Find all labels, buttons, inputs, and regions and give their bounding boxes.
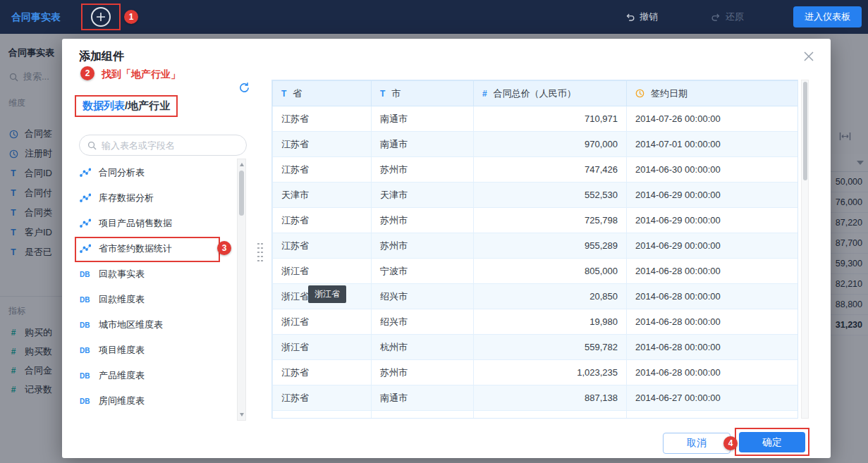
preview-cell: 南通市 (372, 106, 474, 132)
preview-cell: 2014-06-28 00:00:00 (627, 335, 798, 360)
preview-cell: 955,289 (474, 233, 627, 259)
analysis-table-icon (80, 244, 92, 254)
preview-row: 江苏省苏州市725,7982014-06-29 00:00:00 (273, 208, 798, 233)
undo-button[interactable]: 撤销 (625, 0, 658, 34)
preview-cell: 江苏省 (273, 132, 372, 157)
preview-cell: 710,971 (474, 106, 627, 132)
annotation-step-2-text: 找到「地产行业」 (102, 68, 181, 81)
refresh-icon[interactable] (238, 82, 250, 94)
preview-column-header[interactable]: 签约日期 (627, 81, 798, 106)
preview-cell: 19,980 (474, 309, 627, 335)
preview-cell: 2014-07-01 00:00:00 (627, 132, 798, 157)
dataset-item[interactable]: DB项目维度表 (73, 338, 233, 363)
enter-dashboard-button[interactable]: 进入仪表板 (793, 6, 862, 27)
preview-cell: 浙江省 (273, 309, 372, 335)
preview-cell: 宁波市 (372, 259, 474, 284)
preview-cell: 浙江省 (273, 259, 372, 284)
scroll-up-icon[interactable] (240, 163, 244, 166)
undo-icon (625, 12, 635, 22)
text-field-icon: T (380, 89, 385, 99)
table-scrollbar[interactable] (801, 80, 809, 419)
dataset-item-label: 省市签约数据统计 (99, 242, 172, 255)
annotation-step-3: 3 (217, 241, 231, 255)
scrollbar-thumb[interactable] (803, 82, 807, 180)
dataset-item-label: 城市地区维度表 (99, 319, 163, 331)
panel-resize-handle[interactable] (257, 242, 264, 263)
dataset-item[interactable]: DB回款维度表 (73, 287, 233, 312)
preview-row-partial (273, 411, 798, 419)
dataset-item[interactable]: 项目产品销售数据 (73, 211, 233, 236)
preview-row: 浙江省绍兴市20,8502014-06-28 00:00:00 (273, 284, 798, 309)
dataset-item[interactable]: 省市签约数据统计3 (73, 236, 233, 261)
preview-cell: 江苏省 (273, 157, 372, 183)
preview-row: 江苏省南通市970,0002014-07-01 00:00:00 (273, 132, 798, 157)
dataset-item-label: 库存数据分析 (99, 192, 154, 204)
preview-cell: 苏州市 (372, 360, 474, 385)
db-table-icon: DB (80, 347, 92, 354)
redo-button[interactable]: 还原 (711, 0, 744, 34)
breadcrumb-root[interactable]: 数据列表 (82, 99, 125, 111)
dataset-item[interactable]: DB城市地区维度表 (73, 312, 233, 338)
dataset-item-label: 产品维度表 (99, 369, 145, 382)
preview-cell: 2014-06-28 00:00:00 (627, 284, 798, 309)
dataset-item[interactable]: DB产品维度表 (73, 363, 233, 388)
dataset-item[interactable]: DB房间维度表 (73, 388, 233, 414)
preview-column-header[interactable]: T省 (273, 81, 372, 106)
preview-cell: 2014-06-30 00:00:00 (627, 157, 798, 183)
number-field-icon: # (482, 89, 487, 99)
add-component-button[interactable] (91, 7, 111, 27)
db-table-icon: DB (80, 372, 92, 380)
scroll-down-icon[interactable] (240, 413, 244, 416)
dataset-item[interactable]: 库存数据分析 (73, 185, 233, 211)
preview-row: 天津市天津市552,5302014-06-29 00:00:00 (273, 183, 798, 208)
annotation-step-2: 2 (80, 66, 94, 80)
preview-row: 浙江省杭州市559,7822014-06-28 00:00:00 (273, 335, 798, 360)
confirm-button[interactable]: 确定 (739, 432, 805, 452)
close-icon[interactable] (804, 51, 814, 61)
preview-cell: 887,138 (474, 385, 627, 411)
dataset-item-label: 回款事实表 (99, 268, 145, 280)
dataset-item-label: 项目维度表 (99, 344, 145, 357)
preview-cell: 970,000 (474, 132, 627, 157)
table-search-box[interactable] (79, 135, 247, 156)
preview-row: 浙江省绍兴市19,9802014-06-28 00:00:00 (273, 309, 798, 335)
preview-cell: 江苏省 (273, 106, 372, 132)
preview-row: 江苏省苏州市1,023,2352014-06-28 00:00:00 (273, 360, 798, 385)
preview-cell (273, 411, 372, 419)
dataset-item[interactable]: DB回款事实表 (73, 261, 233, 287)
preview-column-header[interactable]: T市 (372, 81, 474, 106)
preview-cell: 2014-06-29 00:00:00 (627, 208, 798, 233)
preview-cell: 杭州市 (372, 335, 474, 360)
cell-tooltip: 浙江省 (308, 285, 346, 303)
preview-cell: 浙江省 (273, 335, 372, 360)
preview-column-label: 合同总价（人民币） (494, 88, 576, 99)
preview-cell: 2014-07-26 00:00:00 (627, 106, 798, 132)
preview-cell: 绍兴市 (372, 309, 474, 335)
dataset-list: 合同分析表库存数据分析项目产品销售数据省市签约数据统计3DB回款事实表DB回款维… (73, 160, 233, 414)
db-table-icon: DB (80, 321, 92, 329)
plus-icon (96, 12, 106, 22)
preview-cell: 2014-06-27 00:00:00 (627, 385, 798, 411)
list-scrollbar[interactable] (237, 159, 246, 421)
annotation-box-breadcrumb: 数据列表/地产行业 (75, 95, 178, 117)
workbook-title: 合同事实表 (11, 0, 61, 34)
analysis-table-icon (80, 218, 92, 228)
preview-cell: 江苏省 (273, 385, 372, 411)
table-search-input[interactable] (102, 140, 246, 151)
preview-cell: 苏州市 (372, 208, 474, 233)
preview-cell: 江苏省 (273, 360, 372, 385)
screen: 合同事实表 搜索... 维度 合同签注册时T合同IDT合同付T合同类T客户IDT… (0, 0, 868, 463)
dataset-item-label: 回款维度表 (99, 293, 145, 306)
preview-cell: 725,798 (474, 208, 627, 233)
dialog-title: 添加组件 (79, 49, 124, 64)
preview-column-header[interactable]: #合同总价（人民币） (474, 81, 627, 106)
scrollbar-thumb[interactable] (239, 171, 244, 216)
preview-cell (474, 411, 627, 419)
preview-row: 江苏省南通市710,9712014-07-26 00:00:00 (273, 106, 798, 132)
dataset-item[interactable]: 合同分析表 (73, 160, 233, 185)
preview-cell: 2014-06-29 00:00:00 (627, 233, 798, 259)
cancel-button[interactable]: 取消 (663, 433, 731, 454)
preview-cell: 苏州市 (372, 233, 474, 259)
preview-cell: 1,023,235 (474, 360, 627, 385)
preview-cell: 天津市 (273, 183, 372, 208)
